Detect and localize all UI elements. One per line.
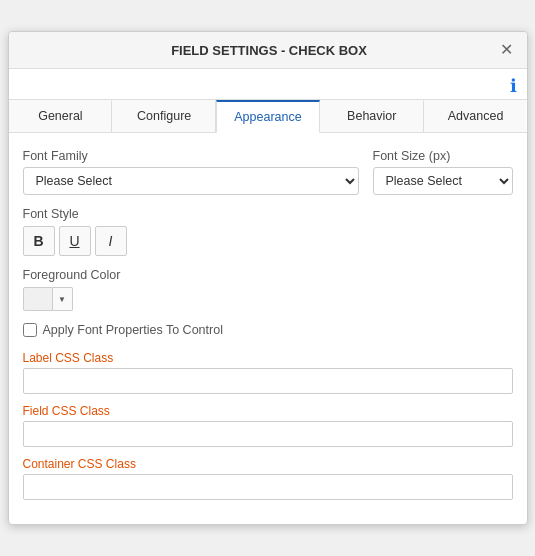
info-icon[interactable]: ℹ: [510, 75, 517, 97]
font-size-group: Font Size (px) Please Select: [373, 149, 513, 195]
tab-content: Font Family Please Select Font Size (px)…: [9, 133, 527, 524]
italic-button[interactable]: I: [95, 226, 127, 256]
field-css-label: Field CSS Class: [23, 404, 513, 418]
close-button[interactable]: ✕: [500, 42, 513, 58]
tab-appearance[interactable]: Appearance: [216, 100, 320, 133]
dialog-header: FIELD SETTINGS - CHECK BOX ✕: [9, 32, 527, 69]
color-swatch[interactable]: [23, 287, 53, 311]
label-css-group: Label CSS Class: [23, 351, 513, 394]
font-size-label: Font Size (px): [373, 149, 513, 163]
font-size-select[interactable]: Please Select: [373, 167, 513, 195]
apply-font-label: Apply Font Properties To Control: [43, 323, 223, 337]
font-style-row: Font Style B U I: [23, 207, 513, 256]
container-css-input[interactable]: [23, 474, 513, 500]
field-css-group: Field CSS Class: [23, 404, 513, 447]
underline-button[interactable]: U: [59, 226, 91, 256]
bold-button[interactable]: B: [23, 226, 55, 256]
info-row: ℹ: [9, 69, 527, 100]
apply-font-checkbox[interactable]: [23, 323, 37, 337]
tabs-bar: General Configure Appearance Behavior Ad…: [9, 100, 527, 133]
color-picker[interactable]: ▼: [23, 287, 73, 311]
font-row: Font Family Please Select Font Size (px)…: [23, 149, 513, 195]
apply-font-row: Apply Font Properties To Control: [23, 323, 513, 337]
tab-behavior[interactable]: Behavior: [320, 100, 424, 132]
field-css-input[interactable]: [23, 421, 513, 447]
color-dropdown-arrow[interactable]: ▼: [53, 287, 73, 311]
tab-configure[interactable]: Configure: [112, 100, 216, 132]
foreground-color-label: Foreground Color: [23, 268, 513, 282]
foreground-color-row: Foreground Color ▼: [23, 268, 513, 311]
label-css-input[interactable]: [23, 368, 513, 394]
style-buttons: B U I: [23, 226, 513, 256]
tab-advanced[interactable]: Advanced: [424, 100, 527, 132]
container-css-group: Container CSS Class: [23, 457, 513, 500]
label-css-label: Label CSS Class: [23, 351, 513, 365]
container-css-label: Container CSS Class: [23, 457, 513, 471]
field-settings-dialog: FIELD SETTINGS - CHECK BOX ✕ ℹ General C…: [8, 31, 528, 525]
font-style-label: Font Style: [23, 207, 513, 221]
tab-general[interactable]: General: [9, 100, 113, 132]
font-family-group: Font Family Please Select: [23, 149, 359, 195]
font-family-label: Font Family: [23, 149, 359, 163]
font-family-select[interactable]: Please Select: [23, 167, 359, 195]
dialog-title: FIELD SETTINGS - CHECK BOX: [39, 43, 500, 58]
